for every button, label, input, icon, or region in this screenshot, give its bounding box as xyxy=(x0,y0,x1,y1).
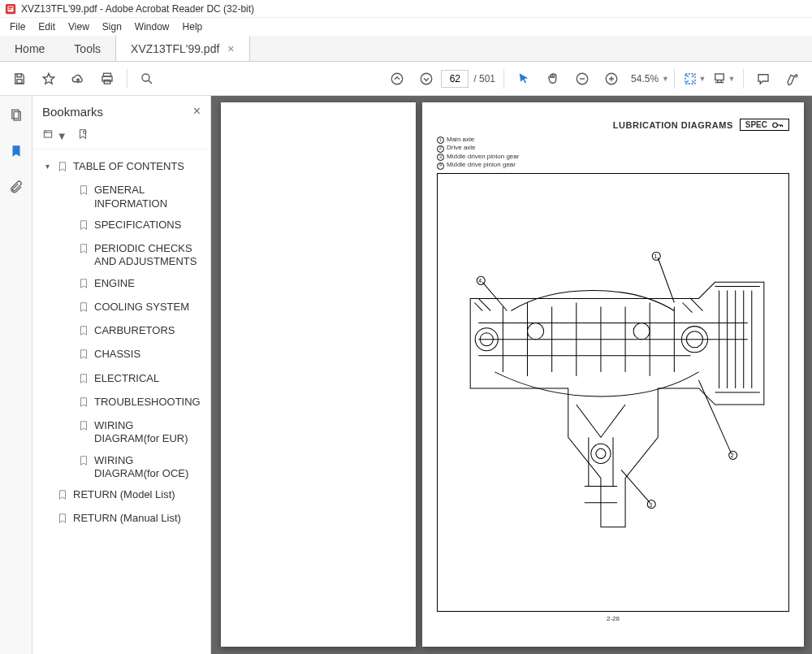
page-display-button[interactable]: ▼ xyxy=(710,66,736,92)
chevron-down-icon[interactable]: ▾ xyxy=(42,162,52,172)
menu-edit[interactable]: Edit xyxy=(32,19,62,34)
bookmark-item[interactable]: WIRING DIAGRAM(for OCE) xyxy=(60,450,204,485)
window-titlebar: XVZ13TFL'99.pdf - Adobe Acrobat Reader D… xyxy=(0,0,812,18)
comment-button[interactable] xyxy=(750,66,776,92)
bookmark-item[interactable]: COOLING SYSTEM xyxy=(60,297,204,320)
toolbar: / 501 54.5% ▼ ▼ ▼ xyxy=(0,62,812,96)
menu-view[interactable]: View xyxy=(62,19,96,34)
bookmark-icon xyxy=(57,161,68,175)
save-button[interactable] xyxy=(6,66,32,92)
tab-document[interactable]: XVZ13TFL'99.pdf × xyxy=(115,36,249,61)
svg-point-5 xyxy=(142,74,149,81)
close-tab-icon[interactable]: × xyxy=(227,42,234,55)
bookmark-label: TROUBLESHOOTING xyxy=(94,396,201,409)
bookmark-item[interactable]: RETURN (Manual List) xyxy=(39,508,204,531)
bookmark-item[interactable]: RETURN (Model List) xyxy=(39,484,204,508)
bookmark-icon xyxy=(78,243,89,258)
page-current: LUBRICATION DIAGRAMS SPEC 1Main axle2Dri… xyxy=(422,102,804,647)
bookmark-item[interactable]: ENGINE xyxy=(60,273,204,297)
svg-text:1: 1 xyxy=(654,253,657,259)
bookmark-item[interactable]: SPECIFICATIONS xyxy=(60,214,204,238)
toolbar-separator xyxy=(127,69,127,89)
key-icon xyxy=(772,121,784,129)
bookmark-label: RETURN (Manual List) xyxy=(73,512,201,525)
hand-tool-button[interactable] xyxy=(540,66,566,92)
bookmark-label: CHASSIS xyxy=(94,348,201,361)
bookmarks-panel: Bookmarks × ▼ ▾ TABLE OF CONTENTS GENERA… xyxy=(32,96,211,654)
print-button[interactable] xyxy=(94,66,120,92)
bookmark-label: RETURN (Model List) xyxy=(73,488,201,501)
toolbar-separator xyxy=(674,69,675,89)
bookmark-item[interactable]: ELECTRICAL xyxy=(60,368,204,392)
zoom-dropdown-icon[interactable]: ▼ xyxy=(662,75,669,83)
bookmark-icon xyxy=(57,489,68,504)
bookmark-icon xyxy=(78,301,89,316)
attachments-rail-button[interactable] xyxy=(5,175,28,198)
svg-point-23 xyxy=(591,444,611,463)
bookmark-options-button[interactable]: ▼ xyxy=(42,128,67,142)
svg-rect-12 xyxy=(11,110,18,119)
svg-rect-4 xyxy=(104,80,110,84)
bookmark-label: SPECIFICATIONS xyxy=(94,219,201,232)
menu-window[interactable]: Window xyxy=(128,19,176,34)
find-button[interactable] xyxy=(134,66,160,92)
zoom-in-button[interactable] xyxy=(598,66,624,92)
thumbnails-rail-button[interactable] xyxy=(5,104,28,127)
fit-page-button[interactable]: ▼ xyxy=(681,66,707,92)
page-down-button[interactable] xyxy=(413,66,439,92)
bookmark-item[interactable]: PERIODIC CHECKS AND ADJUSTMENTS xyxy=(60,238,204,273)
legend-item: 3Middle driven pinion gear xyxy=(437,153,789,161)
bookmark-item[interactable]: CARBURETORS xyxy=(60,320,204,344)
bookmarks-rail-button[interactable] xyxy=(5,140,28,162)
svg-point-22 xyxy=(633,323,650,339)
bookmark-item[interactable]: CHASSIS xyxy=(60,344,204,367)
window-title: XVZ13TFL'99.pdf - Adobe Acrobat Reader D… xyxy=(21,3,254,15)
svg-point-24 xyxy=(596,448,606,458)
bookmark-item[interactable]: WIRING DIAGRAM(for EUR) xyxy=(60,415,204,450)
close-panel-icon[interactable]: × xyxy=(193,104,201,119)
bookmark-label: GENERAL INFORMATION xyxy=(94,184,201,210)
zoom-out-button[interactable] xyxy=(569,66,595,92)
menu-file[interactable]: File xyxy=(3,19,32,34)
cloud-button[interactable] xyxy=(65,66,91,92)
svg-rect-13 xyxy=(14,112,20,121)
bookmarks-tree: ▾ TABLE OF CONTENTS GENERAL INFORMATIONS… xyxy=(32,149,210,539)
menu-sign[interactable]: Sign xyxy=(96,19,128,34)
svg-rect-1 xyxy=(17,79,22,83)
bookmark-icon xyxy=(78,184,89,199)
page-number-input[interactable] xyxy=(441,70,469,88)
bookmark-label: CARBURETORS xyxy=(94,324,201,337)
left-rail xyxy=(0,96,32,654)
page-total-label: / 501 xyxy=(473,73,495,84)
page-up-button[interactable] xyxy=(384,66,410,92)
bookmark-item[interactable]: TROUBLESHOOTING xyxy=(60,392,204,415)
find-bookmark-button[interactable] xyxy=(77,128,89,142)
toolbar-separator xyxy=(743,69,744,89)
tab-home[interactable]: Home xyxy=(0,36,59,61)
bookmark-icon xyxy=(78,349,89,363)
bookmark-label: COOLING SYSTEM xyxy=(94,301,201,314)
selection-tool-button[interactable] xyxy=(511,66,537,92)
legend-item: 1Main axle xyxy=(437,136,789,144)
legend-item: 4Middle drive pinion gear xyxy=(437,161,789,169)
bookmark-toc[interactable]: ▾ TABLE OF CONTENTS xyxy=(39,156,204,180)
bookmark-item[interactable]: GENERAL INFORMATION xyxy=(60,180,204,214)
bookmark-label: ENGINE xyxy=(94,277,201,290)
document-viewport[interactable]: LUBRICATION DIAGRAMS SPEC 1Main axle2Dri… xyxy=(211,96,812,654)
bookmark-icon xyxy=(78,278,89,292)
tab-tools[interactable]: Tools xyxy=(59,36,115,61)
main-area: Bookmarks × ▼ ▾ TABLE OF CONTENTS GENERA… xyxy=(0,96,812,654)
menu-help[interactable]: Help xyxy=(176,19,209,34)
page-previous xyxy=(221,102,416,647)
bookmark-label: WIRING DIAGRAM(for EUR) xyxy=(94,419,201,446)
diagram-legend: 1Main axle2Drive axle3Middle driven pini… xyxy=(437,136,789,170)
highlight-button[interactable] xyxy=(780,66,806,92)
diagram-frame: 1 2 3 4 2-28 xyxy=(437,173,789,612)
menu-bar: File Edit View Sign Window Help xyxy=(0,18,812,36)
star-button[interactable] xyxy=(36,66,62,92)
bookmark-icon xyxy=(78,396,89,411)
svg-point-7 xyxy=(421,73,433,84)
tab-document-label: XVZ13TFL'99.pdf xyxy=(131,42,219,55)
toolbar-separator xyxy=(503,69,504,89)
zoom-level-label[interactable]: 54.5% xyxy=(631,73,659,84)
